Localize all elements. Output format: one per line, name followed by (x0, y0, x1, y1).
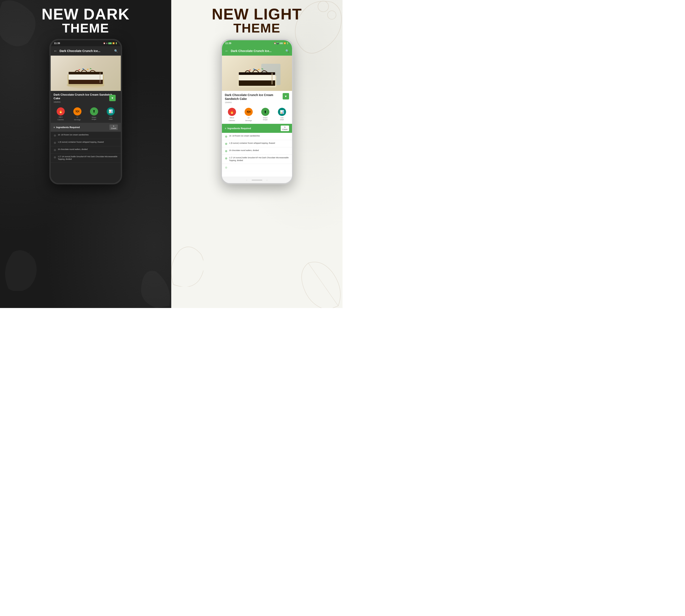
light-ingredient-5: ⊕ (222, 164, 292, 171)
light-ingredients-list: ⊕ 16 -18 frozen ice cream sandwiches ⊕ 1… (222, 133, 292, 177)
dark-plus-icon-1[interactable]: ⊕ (54, 134, 56, 137)
light-search-button[interactable]: 🔍 (286, 49, 289, 52)
dark-phone-mockup: 11:39 ⏰ ◎ LTE 📶 🔋 ← Dark Chocolate Crunc… (49, 39, 122, 184)
light-toolbar-title: Dark Chocolate Crunch Ice... (231, 49, 283, 52)
wifi-icon: ◎ (106, 42, 108, 44)
light-ingredient-4: ⊕ 1 (7 1⁄4 ounce) bottle Smucker's® Hot … (222, 155, 292, 163)
dark-ingredient-text-1: 16 -18 frozen ice cream sandwiches (58, 133, 89, 136)
svg-rect-22 (249, 69, 251, 71)
light-phone-screen: 11:39 ⏰ 📷 LTE 📶 🔋 ← Dark Chocolate Crunc… (222, 40, 292, 183)
top-left-leaf-icon (0, 0, 41, 47)
light-back-button[interactable]: ← (225, 49, 229, 53)
svg-rect-21 (239, 72, 275, 75)
lte-badge: LTE (108, 42, 112, 44)
light-servings-label: Servings (245, 119, 252, 122)
bottom-left-leaf-icon (2, 248, 39, 291)
dark-plus-icon-2[interactable]: ⊕ (54, 141, 56, 145)
dark-status-time: 11:39 (54, 42, 60, 44)
light-bottom-nav: ‹ › (222, 177, 292, 183)
light-plus-icon-5[interactable]: ⊕ (225, 166, 227, 169)
light-recipe-title: Dark Chocolate Crunch Ice Cream Sandwich… (225, 93, 280, 101)
left-bottom-leaf-icon (171, 244, 203, 287)
dark-favorite-button[interactable]: ♥ (109, 95, 116, 101)
dark-calories-value: 848.9 (59, 116, 63, 118)
light-nav-back-chevron[interactable]: ‹ (247, 179, 247, 182)
light-app-toolbar: ← Dark Chocolate Crunch Ice... 🔍 (222, 46, 292, 56)
dark-calories-icon: 🔥 (56, 107, 65, 115)
light-ingredients-label: Ingredients Required (227, 127, 251, 130)
dark-status-icons: ⏰ ◎ LTE 📶 🔋 (103, 42, 117, 44)
dark-theme-headline: NEW DARK THEME (42, 6, 130, 35)
light-camera-icon: 📷 (277, 42, 279, 44)
light-servings-icon: 🍽 (245, 108, 253, 116)
dark-stat-unit[interactable]: 📊 Unitchart (107, 107, 115, 120)
dark-servings-value: 12 (76, 116, 78, 118)
light-status-bar: 11:39 ⏰ 📷 LTE 📶 🔋 (222, 40, 292, 46)
light-ingredients-left: ≡ Ingredients Required (225, 127, 251, 130)
dark-list-icon: ≡ (54, 126, 55, 129)
dark-search-button[interactable]: 🔍 (114, 49, 118, 52)
light-favorite-button[interactable]: ♥ (283, 93, 289, 100)
light-calories-value: 848.9 (230, 117, 234, 119)
dark-plus-icon-3[interactable]: ⊕ (54, 148, 56, 152)
light-theme-headline: NEW LIGHT THEME (212, 6, 302, 35)
light-plus-icon-1[interactable]: ⊕ (225, 135, 227, 138)
dark-ingredients-list: ⊕ 16 -18 frozen ice cream sandwiches ⊕ 1… (51, 132, 121, 183)
dark-back-button[interactable]: ← (54, 49, 58, 53)
light-stat-servings: 🍽 12 Servings (245, 108, 253, 122)
dark-stats-row: 🔥 848.9 Calories 🍽 12 Servings ⬆ Sharere… (51, 105, 121, 123)
dark-plus-icon-4[interactable]: ⊕ (54, 155, 56, 159)
dark-ingredients-count: 5 Count (110, 125, 118, 130)
light-ingredient-2: ⊕ 1 (8 ounce) container frozen whipped t… (222, 140, 292, 147)
light-plus-icon-3[interactable]: ⊕ (225, 149, 227, 153)
light-servings-value: 12 (248, 117, 250, 119)
light-plus-icon-4[interactable]: ⊕ (225, 157, 227, 160)
dark-recipe-image (51, 56, 121, 91)
dark-phone-screen: 11:39 ⏰ ◎ LTE 📶 🔋 ← Dark Chocolate Crunc… (51, 40, 121, 183)
light-count-value: 5 (284, 126, 286, 128)
dark-stat-calories: 🔥 848.9 Calories (56, 107, 65, 120)
svg-rect-24 (258, 69, 259, 70)
light-nav-forward-chevron[interactable]: › (267, 179, 268, 182)
light-share-label: Sharerecipe (263, 117, 268, 120)
dark-toolbar-title: Dark Chocolate Crunch Ice... (60, 49, 112, 52)
dark-ingredient-text-4: 1 (7 1⁄4 ounce) bottle Smucker's® Hot Da… (58, 155, 118, 161)
svg-rect-20 (239, 74, 275, 81)
light-nav-home-indicator (252, 180, 262, 180)
dark-stat-servings: 🍽 12 Servings (73, 107, 82, 120)
light-calories-icon: 🔥 (228, 108, 236, 116)
light-ingredient-text-2: 1 (8 ounce) container frozen whipped top… (229, 142, 275, 145)
light-recipe-image (222, 56, 292, 91)
svg-rect-26 (272, 73, 273, 85)
light-battery-icon: 🔋 (287, 42, 289, 44)
battery-icon: 🔋 (115, 42, 117, 44)
light-theme-main-title: NEW LIGHT (212, 6, 302, 22)
dark-unit-icon: 📊 (107, 107, 115, 115)
svg-rect-11 (87, 69, 89, 69)
light-ingredient-text-4: 1 (7 1⁄4 ounce) bottle Smucker's® Hot Da… (229, 156, 289, 162)
light-phone-mockup: 11:39 ⏰ 📷 LTE 📶 🔋 ← Dark Chocolate Crunc… (221, 39, 293, 184)
svg-rect-12 (90, 68, 92, 69)
light-recipe-cake-visual (233, 57, 280, 89)
light-stat-calories: 🔥 848.9 Calories (228, 108, 236, 122)
signal-icon: 📶 (112, 42, 115, 44)
phone-vol-up-button (49, 72, 50, 84)
light-ingredient-3: ⊕ 20 chocolate round wafers, divided (222, 147, 292, 155)
light-phone-power-button (293, 70, 293, 83)
dark-unit-label: Unitchart (109, 116, 113, 120)
dark-ingredient-3: ⊕ 20 chocolate round wafers, divided (51, 146, 121, 154)
dark-ingredients-label: Ingredients Required (56, 126, 80, 129)
light-phone-vol-up-button (221, 72, 221, 84)
light-plus-icon-2[interactable]: ⊕ (225, 142, 227, 146)
dark-stat-share[interactable]: ⬆ Sharerecipe (90, 107, 98, 120)
dark-ingredient-text-2: 1 (8 ounce) container frozen whipped top… (58, 141, 104, 144)
dark-share-label: Sharerecipe (92, 116, 96, 120)
light-unit-label: Unitchart (280, 117, 284, 120)
light-stat-share[interactable]: ⬆ Sharerecipe (261, 108, 269, 122)
svg-rect-8 (69, 72, 103, 74)
dark-theme-main-title: NEW DARK (42, 6, 130, 22)
light-stat-unit[interactable]: 📊 Unitchart (278, 108, 286, 122)
light-recipe-info: Dark Chocolate Crunch Ice Cream Sandwich… (222, 91, 292, 106)
dark-servings-icon: 🍽 (73, 107, 82, 115)
light-status-time: 11:39 (225, 42, 231, 44)
